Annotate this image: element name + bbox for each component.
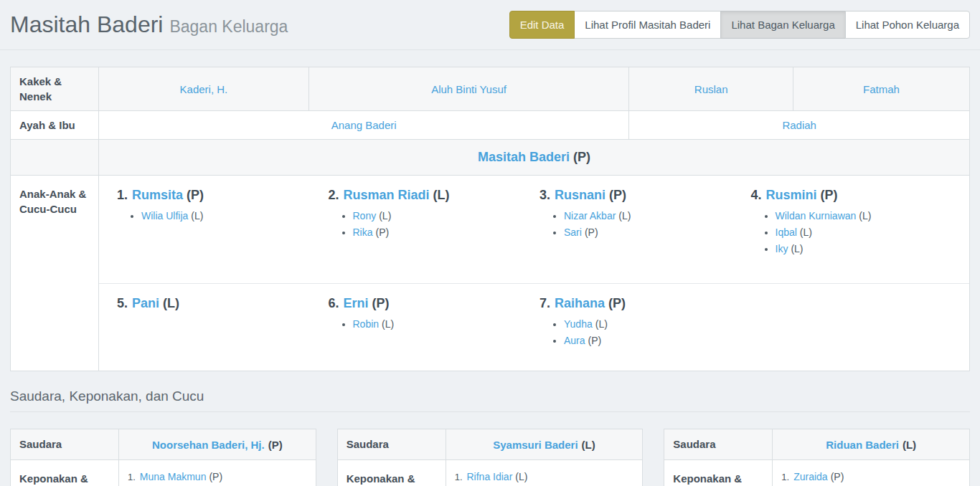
child-heading: 3.Rusnani(P) — [540, 188, 751, 203]
child-number: 6. — [329, 296, 339, 310]
sibling-label: Saudara — [11, 429, 119, 460]
grandchild-item: Iqbal(L) — [776, 227, 963, 238]
nephew-link[interactable]: Rifna Idiar — [467, 471, 513, 482]
grandchild-link[interactable]: Aura — [564, 335, 585, 346]
grandchild-link[interactable]: Iky — [776, 243, 788, 254]
child-number: 2. — [329, 188, 339, 202]
grandchild-link[interactable]: Robin — [353, 318, 380, 330]
grandparents-label: Kakek & Nenek — [11, 67, 99, 111]
children-grid-row-1: 1.Rumsita(P) Wilia Ulfija(L) 2.Rusman Ri… — [99, 176, 969, 283]
gender-label: (L) — [582, 439, 595, 451]
child-number: 1. — [117, 188, 128, 202]
grandchild-item: Iky(L) — [776, 243, 963, 254]
view-family-chart-button[interactable]: Lihat Bagan Keluarga — [720, 11, 845, 39]
children-grid-row-2: 5.Pani(L) 6.Erni(P) Robin(L) — [99, 283, 969, 371]
page-title: Masitah BaderiBagan Keluarga — [10, 11, 288, 38]
nephew-link[interactable]: Zuraida — [793, 471, 827, 482]
sibling-link[interactable]: Syamsuri Baderi — [493, 439, 578, 451]
nephew-link[interactable]: Muna Makmun — [140, 471, 207, 482]
grandchildren-list: Rony(L) Rika(P) — [329, 210, 540, 238]
grandchild-link[interactable]: Rony — [353, 210, 377, 221]
father-link[interactable]: Anang Baderi — [331, 119, 397, 131]
child-heading: 7.Raihana(P) — [540, 296, 751, 311]
parents-row: Ayah & Ibu Anang Baderi Radiah — [11, 111, 970, 140]
child-entry-empty — [751, 296, 963, 361]
nephews-cell: 1.Rifna Idiar(L) Sari Mardiah(P) — [446, 460, 643, 486]
view-family-tree-button[interactable]: Lihat Pohon Keluarga — [845, 11, 970, 39]
person-name: Masitah Baderi — [10, 11, 163, 37]
grandchild-item: Aura(P) — [564, 335, 751, 346]
edit-data-button[interactable]: Edit Data — [509, 11, 575, 39]
grandchild-item: Rika(P) — [353, 227, 540, 238]
sibling-link[interactable]: Noorsehan Baderi, Hj. — [152, 439, 265, 451]
gender-label: (L) — [618, 210, 631, 221]
gender-label: (L) — [595, 318, 608, 330]
child-link[interactable]: Erni — [344, 296, 369, 310]
sibling-card: Saudara Noorsehan Baderi, Hj.(P) Keponak… — [10, 429, 316, 486]
child-heading: 6.Erni(P) — [329, 296, 540, 311]
sibling-link[interactable]: Riduan Baderi — [826, 439, 899, 451]
gender-label: (L) — [433, 188, 450, 202]
nephew-entry: 1.Muna Makmun(P) Nafies Luthfi(L) — [128, 471, 307, 486]
grandchildren-list: Wildan Kurniawan(L) Iqbal(L) Iky(L) — [751, 210, 963, 254]
gender-label: (P) — [831, 471, 844, 482]
grandmother-maternal-link[interactable]: Fatmah — [863, 83, 900, 95]
grandchild-link[interactable]: Iqbal — [776, 227, 797, 238]
grandchild-item: Yudha(L) — [564, 318, 751, 330]
grandchild-item: Robin(L) — [353, 318, 540, 330]
nephew-entry: 1.Rifna Idiar(L) Sari Mardiah(P) — [455, 471, 634, 486]
grandchild-item: Wilia Ulfija(L) — [141, 210, 329, 221]
nephews-row: Keponakan & Cucu-Cucu 1.Muna Makmun(P) N… — [11, 460, 316, 486]
gender-label: (P) — [609, 188, 626, 202]
toolbar-button-group: Edit Data Lihat Profil Masitah Baderi Li… — [509, 11, 970, 39]
gender-label: (P) — [588, 335, 602, 346]
grandfather-paternal-link[interactable]: Kaderi, H. — [180, 83, 228, 95]
child-link[interactable]: Rusnani — [555, 188, 606, 202]
grandchildren-list: Yudha(L) Aura(P) — [540, 318, 751, 346]
child-link[interactable]: Pani — [132, 296, 159, 310]
child-number: 4. — [751, 188, 762, 202]
nephews-cell: 1.Muna Makmun(P) Nafies Luthfi(L) — [119, 460, 316, 486]
grandchild-link[interactable]: Wilia Ulfija — [141, 210, 188, 221]
grandmother-paternal-link[interactable]: Aluh Binti Yusuf — [431, 83, 507, 95]
child-heading: 2.Rusman Riadi(L) — [329, 188, 540, 203]
grandchild-link[interactable]: Rika — [353, 227, 373, 238]
child-entry: 4.Rusmini(P) Wildan Kurniawan(L) Iqbal(L… — [751, 188, 963, 273]
siblings-section-heading: Saudara, Keponakan, dan Cucu — [10, 389, 970, 412]
grandchildren-list: Nizar Akbar(L) Sari(P) — [540, 210, 751, 238]
gender-label: (L) — [191, 210, 203, 221]
gender-label: (L) — [903, 439, 916, 451]
children-cell: 1.Rumsita(P) Wilia Ulfija(L) 2.Rusman Ri… — [99, 176, 970, 371]
self-link[interactable]: Masitah Baderi — [478, 150, 570, 164]
nephews-row: Keponakan & Cucu-Cucu 1.Zuraida(P) Andik… — [664, 460, 970, 486]
grandfather-maternal-link[interactable]: Ruslan — [694, 83, 728, 95]
sibling-label: Saudara — [664, 429, 773, 460]
gender-label: (P) — [376, 227, 390, 238]
gender-label: (P) — [268, 439, 283, 451]
sibling-card: Saudara Riduan Baderi(L) Keponakan & Cuc… — [664, 429, 970, 486]
gender-label: (L) — [800, 227, 812, 238]
grandchild-link[interactable]: Sari — [564, 227, 582, 238]
page-subtitle: Bagan Keluarga — [169, 17, 288, 36]
mother-link[interactable]: Radiah — [782, 119, 816, 131]
sibling-cards: Saudara Noorsehan Baderi, Hj.(P) Keponak… — [10, 429, 970, 486]
grandchildren-list: Robin(L) — [329, 318, 540, 330]
grandchildren-list: Wilia Ulfija(L) — [117, 210, 329, 221]
nephews-label: Keponakan & Cucu-Cucu — [337, 460, 446, 486]
child-link[interactable]: Rumsita — [132, 188, 183, 202]
main-content: Kakek & Nenek Kaderi, H. Aluh Binti Yusu… — [0, 67, 980, 486]
child-entry: 1.Rumsita(P) Wilia Ulfija(L) — [117, 188, 329, 273]
nephews-label: Keponakan & Cucu-Cucu — [11, 460, 119, 486]
child-entry: 7.Raihana(P) Yudha(L) Aura(P) — [540, 296, 751, 361]
grandchild-link[interactable]: Wildan Kurniawan — [776, 210, 857, 221]
grandchild-item: Nizar Akbar(L) — [564, 210, 751, 221]
child-link[interactable]: Raihana — [555, 296, 605, 310]
gender-label: (P) — [585, 227, 598, 238]
child-link[interactable]: Rusmini — [766, 188, 817, 202]
child-link[interactable]: Rusman Riadi — [344, 188, 430, 202]
grandchild-link[interactable]: Yudha — [564, 318, 593, 330]
view-profile-button[interactable]: Lihat Profil Masitah Baderi — [574, 11, 721, 39]
children-label: Anak-Anak & Cucu-Cucu — [11, 176, 99, 371]
grandchild-item: Sari(P) — [564, 227, 751, 238]
grandchild-link[interactable]: Nizar Akbar — [564, 210, 616, 221]
